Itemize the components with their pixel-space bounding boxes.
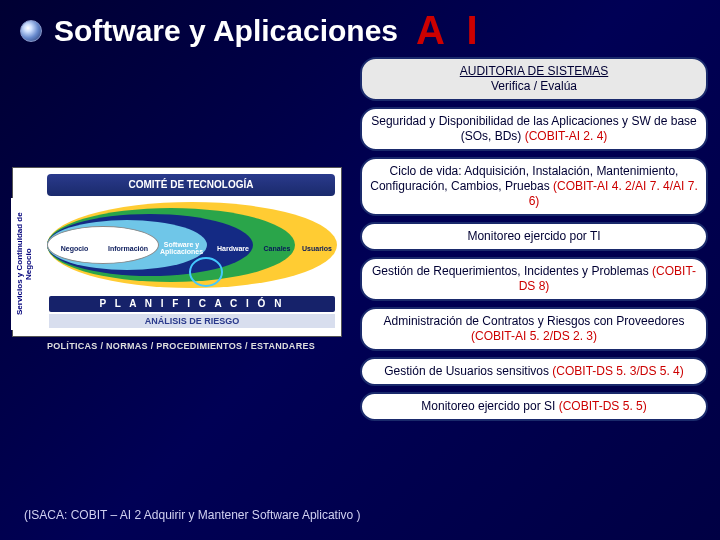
diagram-top-bar: COMITÉ DE TECNOLOGÍA	[47, 174, 335, 196]
box-requirements: Gestión de Requerimientos, Incidentes y …	[360, 257, 708, 301]
layer-label-4: Hardware	[209, 245, 257, 252]
box-monitoring-ti-text: Monitoreo ejercido por TI	[467, 229, 600, 243]
box-monitoring-si-ref: (COBIT-DS 5. 5)	[559, 399, 647, 413]
box-audit: AUDITORIA DE SISTEMAS Verifica / Evalúa	[360, 57, 708, 101]
box-security-ref: (COBIT-AI 2. 4)	[525, 129, 608, 143]
slide-header: Software y Aplicaciones A I	[0, 0, 720, 53]
layer-label-2: Información	[102, 245, 154, 252]
bullet-icon	[20, 20, 42, 42]
layer-label-5: Canales	[257, 245, 297, 252]
box-audit-title: AUDITORIA DE SISTEMAS	[370, 64, 698, 79]
layer-label-1: Negocio	[47, 245, 102, 252]
box-contracts: Administración de Contratos y Riesgos co…	[360, 307, 708, 351]
slide-title: Software y Aplicaciones	[54, 14, 398, 48]
box-lifecycle: Ciclo de vida: Adquisición, Instalación,…	[360, 157, 708, 216]
box-requirements-text: Gestión de Requerimientos, Incidentes y …	[372, 264, 652, 278]
slide-footer: (ISACA: COBIT – AI 2 Adquirir y Mantener…	[24, 508, 361, 522]
box-lifecycle-ref: (COBIT-AI 4. 2/AI 7. 4/AI 7. 6)	[529, 179, 698, 208]
diagram-planning-bar: P L A N I F I C A C I Ó N	[49, 296, 335, 312]
box-security: Seguridad y Disponibilidad de las Aplica…	[360, 107, 708, 151]
boxes-column: AUDITORIA DE SISTEMAS Verifica / Evalúa …	[360, 57, 708, 421]
box-monitoring-ti: Monitoreo ejercido por TI	[360, 222, 708, 251]
box-contracts-text: Administración de Contratos y Riesgos co…	[384, 314, 685, 328]
box-users-text: Gestión de Usuarios sensitivos	[384, 364, 552, 378]
box-audit-sub: Verifica / Evalúa	[370, 79, 698, 94]
highlight-ring-icon	[189, 257, 223, 287]
diagram-ovals: Negocio Información Software y Aplicacio…	[47, 202, 335, 292]
layer-label-6: Usuarios	[297, 245, 337, 252]
layer-label-3: Software y Aplicaciones	[154, 241, 209, 255]
box-users-ref: (COBIT-DS 5. 3/DS 5. 4)	[552, 364, 683, 378]
diagram-policies-label: POLÍTICAS / NORMAS / PROCEDIMIENTOS / ES…	[12, 341, 350, 351]
box-monitoring-si-text: Monitoreo ejercido por SI	[421, 399, 558, 413]
diagram-side-label: Servicios y Continuidad de Negocio	[11, 198, 39, 330]
oval-labels: Negocio Información Software y Aplicacio…	[47, 238, 337, 258]
box-monitoring-si: Monitoreo ejercido por SI (COBIT-DS 5. 5…	[360, 392, 708, 421]
box-users: Gestión de Usuarios sensitivos (COBIT-DS…	[360, 357, 708, 386]
box-contracts-ref: (COBIT-AI 5. 2/DS 2. 3)	[471, 329, 597, 343]
slide-title-code: A I	[416, 8, 484, 53]
governance-diagram: Servicios y Continuidad de Negocio COMIT…	[12, 167, 342, 337]
diagram-column: Servicios y Continuidad de Negocio COMIT…	[12, 57, 350, 421]
diagram-risk-bar: ANÁLISIS DE RIESGO	[49, 314, 335, 328]
